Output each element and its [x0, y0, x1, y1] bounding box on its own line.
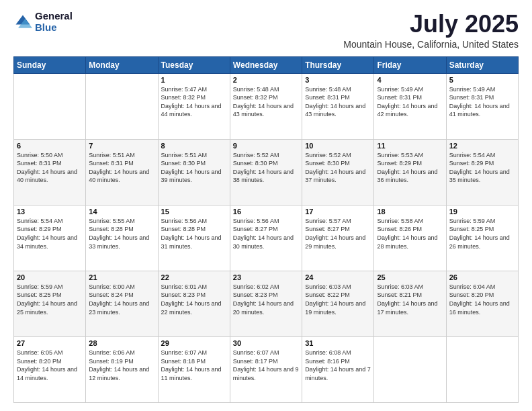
day-info: Sunrise: 5:58 AMSunset: 8:26 PMDaylight:…	[377, 217, 443, 250]
day-cell: 18Sunrise: 5:58 AMSunset: 8:26 PMDayligh…	[374, 205, 446, 271]
week-row-3: 13Sunrise: 5:54 AMSunset: 8:29 PMDayligh…	[14, 205, 519, 271]
day-info: Sunrise: 5:51 AMSunset: 8:30 PMDaylight:…	[161, 151, 227, 185]
day-cell: 24Sunrise: 6:03 AMSunset: 8:22 PMDayligh…	[302, 271, 374, 336]
day-cell: 15Sunrise: 5:56 AMSunset: 8:28 PMDayligh…	[158, 205, 230, 271]
day-cell: 3Sunrise: 5:48 AMSunset: 8:31 PMDaylight…	[302, 73, 374, 139]
week-row-1: 1Sunrise: 5:47 AMSunset: 8:32 PMDaylight…	[14, 73, 519, 139]
day-number: 27	[17, 339, 83, 347]
col-monday: Monday	[86, 56, 158, 73]
day-info: Sunrise: 6:03 AMSunset: 8:21 PMDaylight:…	[377, 283, 443, 316]
col-saturday: Saturday	[446, 56, 518, 73]
day-cell: 19Sunrise: 5:59 AMSunset: 8:25 PMDayligh…	[446, 205, 518, 271]
day-info: Sunrise: 5:49 AMSunset: 8:31 PMDaylight:…	[377, 85, 443, 119]
day-number: 24	[305, 273, 371, 281]
day-number: 13	[17, 208, 83, 216]
day-info: Sunrise: 5:59 AMSunset: 8:25 PMDaylight:…	[449, 217, 515, 250]
day-cell: 16Sunrise: 5:56 AMSunset: 8:27 PMDayligh…	[230, 205, 302, 271]
day-cell: 30Sunrise: 6:07 AMSunset: 8:17 PMDayligh…	[230, 336, 302, 402]
day-number: 29	[161, 339, 227, 347]
day-cell: 17Sunrise: 5:57 AMSunset: 8:27 PMDayligh…	[302, 205, 374, 271]
day-info: Sunrise: 6:07 AMSunset: 8:18 PMDaylight:…	[161, 349, 227, 382]
day-info: Sunrise: 5:50 AMSunset: 8:31 PMDaylight:…	[17, 151, 83, 185]
month-title: July 2025	[343, 11, 519, 38]
day-cell: 2Sunrise: 5:48 AMSunset: 8:32 PMDaylight…	[230, 73, 302, 139]
day-number: 5	[449, 76, 515, 84]
day-cell: 22Sunrise: 6:01 AMSunset: 8:23 PMDayligh…	[158, 271, 230, 336]
day-cell: 23Sunrise: 6:02 AMSunset: 8:23 PMDayligh…	[230, 271, 302, 336]
day-number: 23	[233, 273, 299, 281]
day-number: 19	[449, 208, 515, 216]
day-cell: 25Sunrise: 6:03 AMSunset: 8:21 PMDayligh…	[374, 271, 446, 336]
day-number: 31	[305, 339, 371, 347]
day-cell: 4Sunrise: 5:49 AMSunset: 8:31 PMDaylight…	[374, 73, 446, 139]
week-row-4: 20Sunrise: 5:59 AMSunset: 8:25 PMDayligh…	[14, 271, 519, 336]
day-number: 11	[377, 142, 443, 150]
col-friday: Friday	[374, 56, 446, 73]
day-cell: 31Sunrise: 6:08 AMSunset: 8:16 PMDayligh…	[302, 336, 374, 402]
day-cell: 11Sunrise: 5:53 AMSunset: 8:29 PMDayligh…	[374, 139, 446, 205]
day-cell: 27Sunrise: 6:05 AMSunset: 8:20 PMDayligh…	[14, 336, 86, 402]
day-cell: 9Sunrise: 5:52 AMSunset: 8:30 PMDaylight…	[230, 139, 302, 205]
day-number: 2	[233, 76, 299, 84]
day-info: Sunrise: 6:00 AMSunset: 8:24 PMDaylight:…	[89, 283, 154, 316]
day-cell: 21Sunrise: 6:00 AMSunset: 8:24 PMDayligh…	[86, 271, 158, 336]
day-number: 4	[377, 76, 443, 84]
day-info: Sunrise: 6:07 AMSunset: 8:17 PMDaylight:…	[233, 349, 299, 382]
logo-icon	[13, 13, 32, 32]
col-thursday: Thursday	[302, 56, 374, 73]
day-number: 16	[233, 208, 299, 216]
day-info: Sunrise: 5:53 AMSunset: 8:29 PMDaylight:…	[377, 151, 443, 185]
day-number: 7	[89, 142, 154, 150]
day-number: 22	[161, 273, 227, 281]
day-cell	[446, 336, 518, 402]
day-number: 8	[161, 142, 227, 150]
title-block: July 2025 Mountain House, California, Un…	[343, 11, 519, 50]
day-info: Sunrise: 5:54 AMSunset: 8:29 PMDaylight:…	[449, 151, 515, 185]
logo-text: General Blue	[35, 11, 73, 33]
day-number: 26	[449, 273, 515, 281]
day-cell	[374, 336, 446, 402]
col-tuesday: Tuesday	[158, 56, 230, 73]
day-info: Sunrise: 6:04 AMSunset: 8:20 PMDaylight:…	[449, 283, 515, 316]
day-info: Sunrise: 5:47 AMSunset: 8:32 PMDaylight:…	[161, 85, 227, 119]
calendar-header-row: Sunday Monday Tuesday Wednesday Thursday…	[14, 56, 519, 73]
header: General Blue July 2025 Mountain House, C…	[13, 11, 519, 50]
day-info: Sunrise: 6:08 AMSunset: 8:16 PMDaylight:…	[305, 349, 371, 382]
day-info: Sunrise: 5:48 AMSunset: 8:32 PMDaylight:…	[233, 85, 299, 119]
day-info: Sunrise: 5:52 AMSunset: 8:30 PMDaylight:…	[305, 151, 371, 185]
day-number: 28	[89, 339, 154, 347]
day-number: 12	[449, 142, 515, 150]
day-info: Sunrise: 5:56 AMSunset: 8:27 PMDaylight:…	[233, 217, 299, 250]
day-info: Sunrise: 6:03 AMSunset: 8:22 PMDaylight:…	[305, 283, 371, 316]
day-number: 21	[89, 273, 154, 281]
day-cell: 12Sunrise: 5:54 AMSunset: 8:29 PMDayligh…	[446, 139, 518, 205]
day-info: Sunrise: 5:59 AMSunset: 8:25 PMDaylight:…	[17, 283, 83, 316]
day-number: 15	[161, 208, 227, 216]
col-wednesday: Wednesday	[230, 56, 302, 73]
day-info: Sunrise: 5:57 AMSunset: 8:27 PMDaylight:…	[305, 217, 371, 250]
day-info: Sunrise: 5:56 AMSunset: 8:28 PMDaylight:…	[161, 217, 227, 250]
week-row-2: 6Sunrise: 5:50 AMSunset: 8:31 PMDaylight…	[14, 139, 519, 205]
day-cell	[14, 73, 86, 139]
day-number: 10	[305, 142, 371, 150]
day-info: Sunrise: 6:05 AMSunset: 8:20 PMDaylight:…	[17, 349, 83, 382]
day-info: Sunrise: 5:52 AMSunset: 8:30 PMDaylight:…	[233, 151, 299, 185]
day-number: 18	[377, 208, 443, 216]
day-number: 1	[161, 76, 227, 84]
day-cell: 14Sunrise: 5:55 AMSunset: 8:28 PMDayligh…	[86, 205, 158, 271]
day-cell: 6Sunrise: 5:50 AMSunset: 8:31 PMDaylight…	[14, 139, 86, 205]
day-number: 14	[89, 208, 154, 216]
day-info: Sunrise: 5:54 AMSunset: 8:29 PMDaylight:…	[17, 217, 83, 250]
day-info: Sunrise: 5:55 AMSunset: 8:28 PMDaylight:…	[89, 217, 154, 250]
logo-blue: Blue	[35, 22, 73, 34]
day-cell: 29Sunrise: 6:07 AMSunset: 8:18 PMDayligh…	[158, 336, 230, 402]
logo: General Blue	[13, 11, 73, 33]
day-cell: 20Sunrise: 5:59 AMSunset: 8:25 PMDayligh…	[14, 271, 86, 336]
day-number: 3	[305, 76, 371, 84]
day-cell	[86, 73, 158, 139]
logo-general: General	[35, 11, 73, 22]
day-number: 25	[377, 273, 443, 281]
day-info: Sunrise: 6:01 AMSunset: 8:23 PMDaylight:…	[161, 283, 227, 316]
day-cell: 8Sunrise: 5:51 AMSunset: 8:30 PMDaylight…	[158, 139, 230, 205]
day-cell: 10Sunrise: 5:52 AMSunset: 8:30 PMDayligh…	[302, 139, 374, 205]
